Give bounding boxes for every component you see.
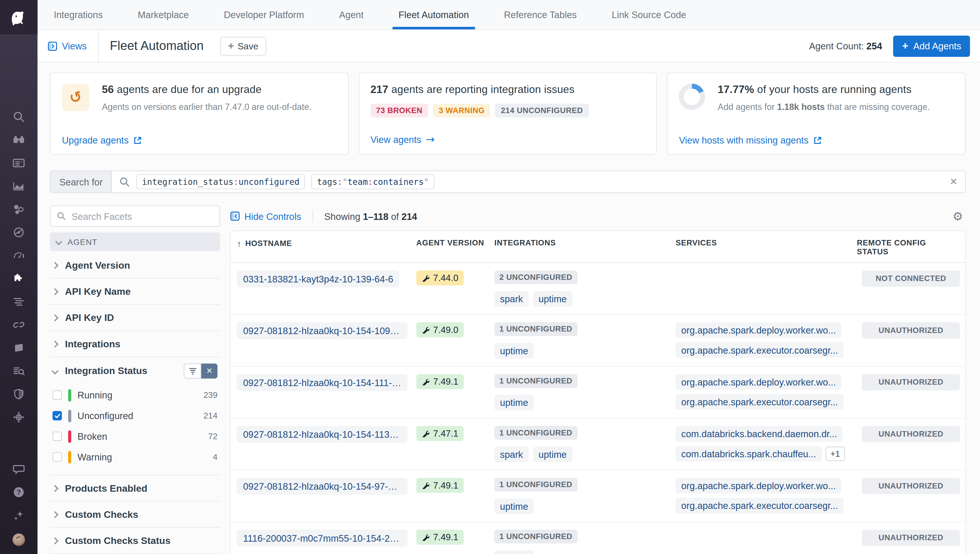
tab-developer-platform[interactable]: Developer Platform [224,0,304,29]
service-link[interactable]: org.apache.spark.executor.coarsegr... [675,498,844,513]
facet-custom-checks[interactable]: Custom Checks [50,501,220,528]
log-search-icon[interactable] [12,364,26,378]
hostname-link[interactable]: 1116-200037-m0c7mm55-10-154-24... [237,530,407,546]
remote-config-status-badge: UNAUTHORIZED [862,530,960,546]
hostname-link[interactable]: 0927-081812-hlzaa0kq-10-154-111-68 [237,374,407,391]
facet-products-enabled[interactable]: Products Enabled [50,475,220,501]
watchdog-binoculars-icon[interactable] [12,133,26,147]
facet-option-unconfigured[interactable]: Unconfigured214 [50,405,220,426]
facet-group-agent[interactable]: AGENT [50,232,220,251]
service-link[interactable]: com.databricks.backend.daemon.dr... [675,426,843,441]
checkbox[interactable] [53,411,62,420]
dashboards-icon[interactable] [12,156,26,170]
metrics-icon[interactable] [12,180,26,193]
hostname-link[interactable]: 0927-081812-hlzaa0kq-10-154-109-1... [237,322,407,339]
clear-search-icon[interactable]: ✕ [950,176,957,188]
view-missing-hosts-link[interactable]: View hosts with missing agents [679,135,822,145]
integrations-puzzle-icon[interactable] [12,272,26,286]
tab-fleet-automation[interactable]: Fleet Automation [399,0,469,29]
notebooks-icon[interactable] [12,341,26,355]
integration-link-uptime[interactable]: uptime [533,291,572,307]
save-view-button[interactable]: + Save [220,37,267,55]
column-services[interactable]: SERVICES [675,231,857,253]
hide-panel-icon [230,211,240,221]
tab-marketplace[interactable]: Marketplace [138,0,189,29]
integration-link-uptime[interactable]: uptime [494,395,534,410]
service-link[interactable]: org.apache.spark.executor.coarsegr... [675,394,844,410]
integration-link-uptime[interactable]: uptime [533,447,572,462]
view-agents-link[interactable]: View agents → [370,133,434,145]
facet-integration-status-header[interactable]: Integration Status ✕ [50,357,220,385]
apm-icon[interactable] [12,226,26,239]
service-link[interactable]: org.apache.spark.deploy.worker.wo... [675,322,841,338]
facet-filter-button[interactable] [184,363,201,378]
ai-sparkle-icon[interactable] [12,508,26,522]
table-row: 0927-081812-hlzaa0kq-10-154-97-118 7.49.… [231,470,965,522]
column-integrations[interactable]: INTEGRATIONS [494,231,675,253]
integration-link-spark[interactable]: spark [494,447,528,462]
user-avatar[interactable] [11,532,27,548]
help-icon[interactable]: ? [12,486,26,499]
agent-version-pill: 7.47.1 [416,426,464,441]
facet-api-key-id[interactable]: API Key ID [50,305,220,331]
search-icon[interactable] [12,110,26,124]
column-remote-config-status[interactable]: REMOTE CONFIG STATUS [857,231,965,263]
hide-controls-button[interactable]: Hide Controls [230,211,301,221]
facet-search-input[interactable] [72,211,213,221]
wrench-icon [422,274,429,282]
checkbox[interactable] [53,390,62,400]
ci-link-icon[interactable] [12,318,26,332]
query-token-integration_status[interactable]: integration_status:unconfigured [136,174,305,189]
network-globe-icon[interactable] [12,411,26,424]
monitors-gauge-icon[interactable] [12,248,26,263]
agent-version-pill: 7.44.0 [416,271,464,285]
search-for-label: Search for [51,171,112,192]
facet-integrations[interactable]: Integrations [50,331,220,357]
service-link[interactable]: com.databricks.spark.chauffeu... [675,446,822,462]
facet-clear-button[interactable]: ✕ [201,363,218,378]
agent-version-pill: 7.49.1 [416,374,464,389]
logs-icon[interactable] [12,295,26,309]
hostname-link[interactable]: 0927-081812-hlzaa0kq-10-154-97-118 [237,478,407,495]
remote-config-status-badge: UNAUTHORIZED [862,374,960,390]
service-link[interactable]: org.apache.spark.deploy.worker.wo... [675,374,841,390]
integration-link-uptime[interactable]: uptime [494,550,534,554]
filter-icon [188,367,196,374]
facet-option-running[interactable]: Running239 [50,385,220,405]
security-shield-icon[interactable] [12,387,26,401]
service-link[interactable]: org.apache.spark.executor.coarsegr... [675,342,844,358]
checkbox[interactable] [53,432,62,441]
column-hostname[interactable]: ↑HOSTNAME [231,231,416,255]
integration-link-uptime[interactable]: uptime [494,343,534,358]
checkbox[interactable] [53,452,62,462]
upgrade-agents-link[interactable]: Upgrade agents [62,135,142,145]
table-settings-gear-icon[interactable]: ⚙ [953,209,963,223]
facet-custom-checks-status[interactable]: Custom Checks Status [50,528,220,554]
unconfigured-count-badge: 1 UNCONFIGURED [494,530,577,543]
views-button[interactable]: Views [47,40,87,51]
facet-option-warning[interactable]: Warning4 [50,447,220,467]
facet-api-key-name[interactable]: API Key Name [50,279,220,305]
query-token-tags[interactable]: tags:"team:containers" [311,174,434,189]
infrastructure-icon[interactable] [12,202,26,216]
more-services-chip[interactable]: +1 [825,447,845,461]
tab-integrations[interactable]: Integrations [54,0,103,29]
facet-search[interactable] [50,205,220,227]
column-agent-version[interactable]: AGENT VERSION [416,231,494,253]
query-search-bar[interactable]: Search for integration_status:unconfigur… [50,170,966,193]
external-link-icon [133,136,142,144]
tab-reference-tables[interactable]: Reference Tables [504,0,576,29]
facet-option-broken[interactable]: Broken72 [50,426,220,447]
tab-link-source-code[interactable]: Link Source Code [612,0,686,29]
add-agents-button[interactable]: + Add Agents [893,35,970,57]
datadog-logo[interactable] [0,0,38,35]
integration-link-uptime[interactable]: uptime [494,498,534,514]
hostname-link[interactable]: 0331-183821-kayt3p4z-10-139-64-6 [237,271,399,287]
integration-link-spark[interactable]: spark [494,291,528,307]
hostname-link[interactable]: 0927-081812-hlzaa0kq-10-154-113-1... [237,426,407,443]
tab-agent[interactable]: Agent [339,0,363,29]
feedback-chat-icon[interactable] [12,462,26,476]
service-link[interactable]: org.apache.spark.deploy.worker.wo... [675,478,841,494]
facet-agent-version[interactable]: Agent Version [50,252,220,279]
agent-version-value: 7.49.0 [433,325,458,335]
